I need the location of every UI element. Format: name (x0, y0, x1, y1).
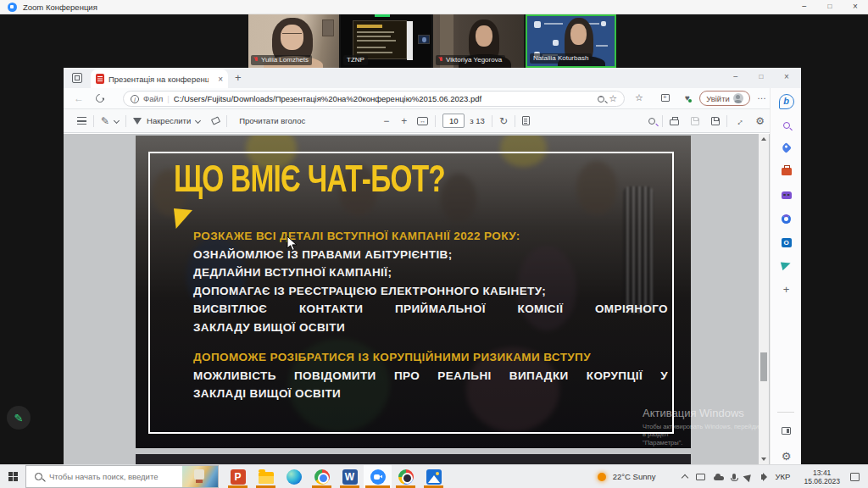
page-number-input[interactable] (442, 114, 465, 128)
clock[interactable]: 13:41 15.06.2023 (804, 469, 840, 485)
background-logo (534, 21, 541, 28)
browser-tab-active[interactable]: Презентація на конференцію 1 × (91, 69, 228, 88)
volume-icon[interactable] (761, 474, 765, 480)
slide-line: ЗАКЛАДУ ВИЩОЇ ОСВІТИ (193, 319, 668, 337)
tools-icon[interactable] (771, 161, 802, 181)
participant-video-viktoriya[interactable]: Viktoriya Yegorova (433, 14, 524, 68)
rotate-icon[interactable]: ↻ (499, 115, 508, 127)
taskbar-zoom-icon[interactable] (364, 465, 392, 488)
language-indicator[interactable]: УКР (776, 472, 791, 481)
screen-share-indicator (375, 14, 390, 17)
browser-minimize-button[interactable]: − (723, 68, 748, 86)
zoom-out-icon[interactable] (598, 96, 604, 103)
microsoft-365-icon[interactable] (771, 208, 802, 229)
taskbar-file-explorer-icon[interactable] (252, 465, 280, 488)
slide-line: МОЖЛИВІСТЬ ПОВІДОМИТИ ПРО РЕАЛЬНІ ВИПАДК… (193, 367, 668, 385)
taskbar-chrome-icon[interactable] (308, 465, 336, 488)
pdf-search-icon[interactable] (648, 118, 655, 125)
back-icon[interactable]: ← (74, 92, 84, 104)
action-center-icon[interactable] (850, 473, 860, 481)
weather-sun-icon[interactable] (598, 473, 606, 481)
taskbar-search-box[interactable] (25, 465, 219, 488)
new-tab-button[interactable]: + (235, 71, 242, 84)
browser-essentials-icon[interactable]: ♥ (685, 93, 690, 103)
games-icon[interactable] (771, 185, 802, 205)
eraser-icon[interactable] (211, 116, 220, 125)
sidebar-add-icon[interactable]: + (771, 279, 802, 299)
pdf-scrollbar[interactable] (759, 134, 769, 464)
zoom-window-title: Zoom Конференция (23, 3, 97, 12)
drop-icon[interactable] (771, 255, 802, 275)
mic-muted-icon (439, 57, 443, 63)
scroll-up-icon[interactable] (761, 137, 766, 141)
outlook-icon[interactable]: O (771, 232, 802, 252)
favorite-star-icon[interactable]: ☆ (609, 93, 617, 104)
taskbar-powerpoint-icon[interactable]: P (224, 465, 252, 488)
info-icon[interactable]: i (131, 95, 139, 103)
sidebar-settings-gear-icon[interactable]: ⚙ (771, 446, 802, 466)
table-of-contents-icon[interactable] (77, 117, 86, 125)
taskbar-photos-icon[interactable] (420, 465, 448, 488)
draw-tool-label[interactable]: Накреслити (147, 116, 191, 125)
favorites-bar-icon[interactable]: ☆ (635, 92, 643, 103)
zoom-out-button[interactable]: − (383, 115, 389, 127)
weather-text[interactable]: 22°C Sunny (613, 472, 656, 481)
draw-dropdown-icon[interactable] (195, 118, 201, 124)
fit-to-width-icon[interactable]: ↔ (417, 117, 428, 125)
scrollbar-thumb[interactable] (760, 352, 767, 381)
participant-video-nataliia-active-speaker[interactable]: Nataliia Koturbash (526, 14, 616, 68)
taskbar-chrome-profile-icon[interactable] (392, 465, 420, 488)
print-icon[interactable] (670, 119, 679, 125)
pdf-settings-gear-icon[interactable]: ⚙ (755, 115, 765, 127)
pen-tool-icon[interactable]: ✎ (101, 115, 109, 127)
search-highlight-image[interactable] (182, 466, 218, 488)
zoom-minimize-button[interactable]: − (792, 0, 817, 14)
taskbar-edge-icon[interactable] (280, 465, 308, 488)
signin-button[interactable]: Увійти (699, 91, 750, 106)
page-view-icon[interactable] (522, 116, 530, 125)
pdf-content-area[interactable]: ЩО ВМІЄ ЧАТ-БОТ? РОЗКАЖЕ ВСІ ДЕТАЛІ ВСТУ… (64, 134, 770, 464)
scroll-down-icon[interactable] (761, 458, 766, 461)
taskbar-word-icon[interactable]: W (336, 465, 364, 488)
display-tray-icon[interactable] (696, 474, 705, 480)
sidebar-search-icon[interactable] (771, 115, 802, 136)
microphone-tray-icon[interactable] (732, 474, 736, 480)
taskbar-apps: P W (224, 465, 448, 488)
zoom-annotation-pencil-button[interactable]: ✎ (7, 406, 31, 430)
tab-close-icon[interactable]: × (218, 75, 223, 84)
draw-tool-icon[interactable] (133, 118, 142, 125)
zoom-maximize-button[interactable]: □ (817, 0, 843, 14)
tray-overflow-icon[interactable] (681, 474, 687, 481)
save-as-icon[interactable] (711, 117, 720, 125)
zoom-in-button[interactable]: + (401, 115, 407, 127)
participant-video-yuliia[interactable]: Yuliia Lomzhets (248, 14, 339, 68)
sidebar-panel-icon[interactable] (771, 420, 802, 441)
browser-close-button[interactable]: × (774, 68, 799, 86)
tab-actions-icon[interactable] (72, 73, 82, 83)
save-icon[interactable] (691, 117, 699, 125)
slide-line: РОЗКАЖЕ ВСІ ДЕТАЛІ ВСТУПНОЇ КАМПАНІЇ 202… (193, 227, 668, 246)
page-total-label: з 13 (470, 116, 485, 125)
slide-line: ВИСВІТЛЮЄ КОНТАКТИ ПРИЙМАЛЬНОЇ КОМІСІЇ О… (193, 300, 668, 319)
url-field[interactable]: i Файл | C:/Users/Fujitsu/Downloads/През… (123, 91, 625, 107)
browser-menu-icon[interactable]: … (757, 91, 767, 101)
onedrive-cloud-icon[interactable] (714, 476, 724, 480)
video-strip: Yuliia Lomzhets TZNP Viktoriya Yegorova (248, 14, 616, 68)
bing-discover-icon[interactable]: b (771, 92, 802, 112)
network-signal-icon[interactable] (743, 471, 754, 482)
refresh-icon[interactable] (94, 92, 106, 104)
participant-video-tznp[interactable]: TZNP (341, 14, 431, 68)
search-input[interactable] (49, 472, 159, 481)
participant-figure (476, 25, 492, 47)
start-button[interactable] (0, 465, 25, 488)
zoom-close-button[interactable]: × (843, 0, 868, 14)
collections-icon[interactable] (661, 94, 670, 102)
shopping-icon[interactable] (771, 137, 802, 158)
file-scheme-label: Файл (143, 94, 163, 103)
expand-icon[interactable]: ↔ (732, 114, 746, 128)
pdf-file-icon (96, 74, 104, 84)
pen-dropdown-icon[interactable] (114, 118, 120, 124)
read-aloud-button[interactable]: Прочитати вголос (239, 116, 305, 125)
browser-maximize-button[interactable]: □ (748, 68, 774, 86)
background-logo (553, 40, 559, 46)
